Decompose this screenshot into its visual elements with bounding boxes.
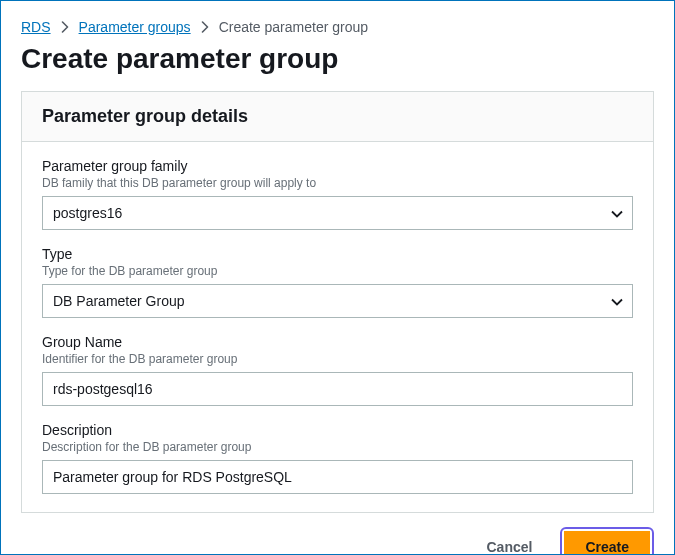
chevron-right-icon xyxy=(61,21,69,33)
type-select[interactable]: DB Parameter Group xyxy=(42,284,633,318)
page-title: Create parameter group xyxy=(21,43,654,75)
field-hint: DB family that this DB parameter group w… xyxy=(42,176,633,190)
breadcrumb-link-rds[interactable]: RDS xyxy=(21,19,51,35)
panel-title: Parameter group details xyxy=(42,106,633,127)
field-type: Type Type for the DB parameter group DB … xyxy=(42,246,633,318)
chevron-right-icon xyxy=(201,21,209,33)
breadcrumb-link-parameter-groups[interactable]: Parameter groups xyxy=(79,19,191,35)
field-group-name: Group Name Identifier for the DB paramet… xyxy=(42,334,633,406)
field-parameter-group-family: Parameter group family DB family that th… xyxy=(42,158,633,230)
field-hint: Type for the DB parameter group xyxy=(42,264,633,278)
create-button[interactable]: Create xyxy=(564,531,650,555)
field-label: Type xyxy=(42,246,633,262)
parameter-group-family-select[interactable]: postgres16 xyxy=(42,196,633,230)
field-label: Group Name xyxy=(42,334,633,350)
panel-header: Parameter group details xyxy=(22,92,653,142)
field-description: Description Description for the DB param… xyxy=(42,422,633,494)
panel-body: Parameter group family DB family that th… xyxy=(22,142,653,512)
footer-actions: Cancel Create xyxy=(21,527,654,555)
create-button-highlight: Create xyxy=(560,527,654,555)
field-label: Description xyxy=(42,422,633,438)
field-label: Parameter group family xyxy=(42,158,633,174)
cancel-button[interactable]: Cancel xyxy=(470,531,548,555)
breadcrumb: RDS Parameter groups Create parameter gr… xyxy=(21,19,654,35)
description-input[interactable] xyxy=(42,460,633,494)
field-hint: Description for the DB parameter group xyxy=(42,440,633,454)
field-hint: Identifier for the DB parameter group xyxy=(42,352,633,366)
breadcrumb-current: Create parameter group xyxy=(219,19,368,35)
group-name-input[interactable] xyxy=(42,372,633,406)
parameter-group-details-panel: Parameter group details Parameter group … xyxy=(21,91,654,513)
